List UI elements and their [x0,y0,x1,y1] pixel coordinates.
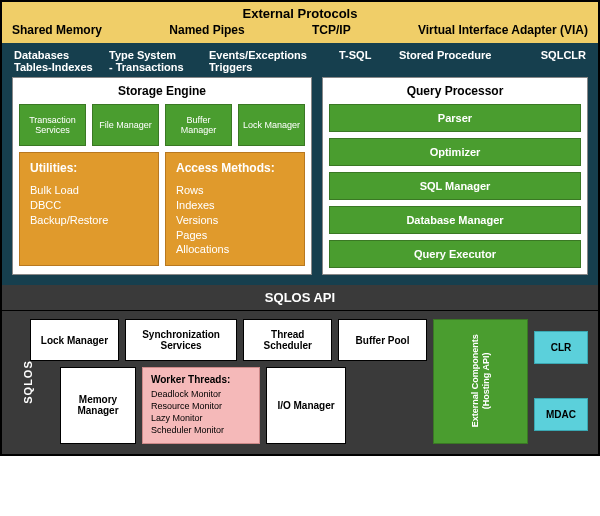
utilities-title: Utilities: [30,161,148,175]
worker-threads-box: Worker Threads: Deadlock Monitor Resourc… [142,367,260,444]
protocol-item: Named Pipes [169,23,244,37]
storage-engine-panel: Storage Engine Transaction Services File… [12,77,312,275]
engines-row: Storage Engine Transaction Services File… [12,77,588,275]
main-labels-row: Databases Tables-Indexes Type System - T… [12,49,588,73]
protocols-row: Shared Memory Named Pipes TCP/IP Virtual… [12,23,588,37]
protocol-item: TCP/IP [312,23,351,37]
protocol-item: Virtual Interface Adapter (VIA) [418,23,588,37]
label-type-system: Type System - Transactions [107,49,207,73]
utilities-box: Utilities: Bulk Load DBCC Backup/Restore [19,152,159,266]
sync-services-box: Synchronization Services [125,319,237,361]
label-tsql: T-SQL [337,49,397,73]
access-methods-box: Access Methods: Rows Indexes Versions Pa… [165,152,305,266]
label-events: Events/Exceptions Triggers [207,49,337,73]
bottom-row1: Lock Manager Synchronization Services Th… [30,319,427,361]
storage-components-row: Transaction Services File Manager Buffer… [19,104,305,146]
sqlos-api-bar: SQLOS API [2,285,598,311]
optimizer-bar: Optimizer [329,138,581,166]
architecture-diagram: External Protocols Shared Memory Named P… [0,0,600,456]
sqlos-side-label: SQLOS [22,361,34,405]
sql-manager-bar: SQL Manager [329,172,581,200]
io-manager-box: I/O Manager [266,367,346,444]
bottom-left-col: Lock Manager Synchronization Services Th… [30,319,427,444]
access-list: Rows Indexes Versions Pages Allocations [176,183,294,257]
transaction-services-box: Transaction Services [19,104,86,146]
label-databases: Databases Tables-Indexes [12,49,107,73]
thread-scheduler-box: Thread Scheduler [243,319,332,361]
buffer-manager-box: Buffer Manager [165,104,232,146]
storage-orange-row: Utilities: Bulk Load DBCC Backup/Restore… [19,152,305,266]
lock-manager-box: Lock Manager [238,104,305,146]
label-stored-proc: Stored Procedure [397,49,512,73]
parser-bar: Parser [329,104,581,132]
memory-manager-box: Memory Manager [60,367,136,444]
file-manager-box: File Manager [92,104,159,146]
sqlos-area: SQLOS Lock Manager Synchronization Servi… [2,311,598,454]
protocols-band: External Protocols Shared Memory Named P… [2,2,598,43]
bottom-row2: Memory Manager Worker Threads: Deadlock … [30,367,427,444]
external-components-box: External Components (Hosting API) [433,319,528,444]
buffer-pool-box: Buffer Pool [338,319,427,361]
label-sqlclr: SQLCLR [512,49,588,73]
external-components-label: External Components (Hosting API) [470,335,492,428]
query-processor-panel: Query Processor Parser Optimizer SQL Man… [322,77,588,275]
protocols-title: External Protocols [12,6,588,21]
worker-threads-title: Worker Threads: [151,374,251,385]
mdac-box: MDAC [534,398,588,431]
access-title: Access Methods: [176,161,294,175]
lock-manager-box: Lock Manager [30,319,119,361]
side-column: CLR MDAC [534,319,588,444]
query-executor-bar: Query Executor [329,240,581,268]
main-area: Databases Tables-Indexes Type System - T… [2,43,598,285]
database-manager-bar: Database Manager [329,206,581,234]
utilities-list: Bulk Load DBCC Backup/Restore [30,183,148,228]
query-title: Query Processor [329,84,581,98]
clr-box: CLR [534,331,588,364]
storage-title: Storage Engine [19,84,305,98]
worker-threads-list: Deadlock Monitor Resource Monitor Lazy M… [151,388,251,437]
protocol-item: Shared Memory [12,23,102,37]
bottom-grid: Lock Manager Synchronization Services Th… [30,319,588,444]
